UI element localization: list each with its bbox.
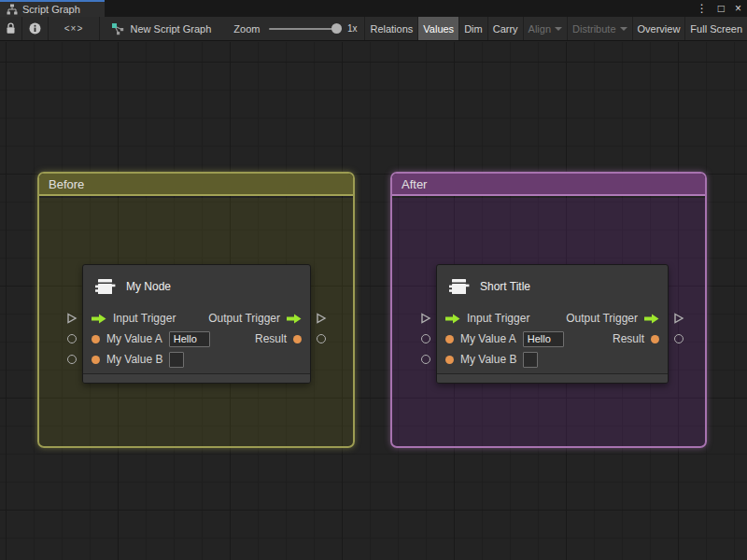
zoom-value: 1x	[347, 17, 358, 40]
carry-label: Carry	[493, 23, 518, 35]
external-value-input-port[interactable]	[421, 355, 430, 364]
value-a-input[interactable]	[169, 331, 210, 347]
align-button[interactable]: Align	[523, 17, 567, 40]
port-row: Input Trigger Output Trigger	[437, 308, 668, 329]
value-a-input[interactable]	[523, 331, 564, 347]
flow-output-port-icon[interactable]	[287, 314, 302, 324]
toolbar-divider	[99, 17, 100, 40]
input-trigger-label: Input Trigger	[113, 312, 176, 325]
tab-strip: Script Graph ⋮ □ ×	[0, 0, 747, 17]
value-b-label: My Value B	[460, 353, 516, 366]
graph-tree-icon	[7, 4, 18, 15]
flow-output-port-icon[interactable]	[644, 314, 659, 324]
port-row: My Value B	[437, 349, 668, 370]
dim-label: Dim	[464, 23, 483, 35]
output-trigger-label: Output Trigger	[208, 312, 280, 325]
group-after-header[interactable]: After	[392, 174, 705, 196]
value-a-label: My Value A	[106, 332, 162, 345]
info-button[interactable]	[21, 17, 47, 40]
node-my-node[interactable]: My Node Input Trigger Output Trigger	[82, 264, 311, 384]
overview-button[interactable]: Overview	[632, 17, 685, 40]
flow-input-port-icon[interactable]	[445, 314, 460, 324]
values-label: Values	[423, 23, 454, 35]
port-row: My Value A Result	[83, 329, 310, 349]
result-label: Result	[613, 332, 644, 345]
values-button[interactable]: Values	[417, 17, 458, 40]
tab-script-graph[interactable]: Script Graph	[0, 0, 105, 17]
value-b-input[interactable]	[523, 352, 538, 368]
overview-label: Overview	[638, 23, 681, 35]
dim-button[interactable]: Dim	[458, 17, 487, 40]
info-icon	[29, 22, 41, 35]
script-graph-window: Script Graph ⋮ □ ×	[0, 0, 747, 560]
node-title: My Node	[126, 280, 171, 293]
distribute-button[interactable]: Distribute	[567, 17, 631, 40]
result-label: Result	[255, 332, 287, 345]
code-view-button[interactable]: <×>	[48, 17, 100, 40]
value-input-port-icon[interactable]	[445, 356, 454, 364]
input-trigger-label: Input Trigger	[467, 312, 529, 325]
external-flow-input-port[interactable]	[66, 313, 78, 324]
node-header[interactable]: My Node	[83, 265, 310, 308]
external-value-input-port[interactable]	[421, 334, 430, 343]
value-input-port-icon[interactable]	[92, 335, 100, 343]
full-screen-button[interactable]: Full Screen	[684, 17, 747, 40]
node-title: Short Title	[480, 280, 530, 293]
tab-title: Script Graph	[22, 4, 80, 15]
external-flow-output-port[interactable]	[673, 313, 684, 324]
full-screen-label: Full Screen	[690, 23, 742, 35]
maximize-icon[interactable]: □	[718, 3, 725, 14]
unit-icon	[94, 277, 117, 296]
zoom-slider[interactable]	[269, 17, 341, 40]
lock-button[interactable]	[0, 17, 21, 40]
new-script-graph-label: New Script Graph	[130, 23, 211, 35]
port-row: My Value A Result	[437, 329, 668, 349]
graph-canvas[interactable]: Before After	[0, 42, 747, 560]
node-footer	[437, 373, 668, 383]
align-label: Align	[529, 23, 551, 35]
zoom-slider-handle[interactable]	[331, 23, 342, 34]
code-view-icon: <×>	[64, 23, 84, 34]
external-value-output-port[interactable]	[674, 334, 684, 343]
external-value-input-port[interactable]	[67, 334, 77, 343]
port-row: My Value B	[83, 349, 310, 370]
external-flow-input-port[interactable]	[420, 313, 431, 324]
value-output-port-icon[interactable]	[651, 335, 659, 343]
distribute-label: Distribute	[572, 23, 615, 35]
close-icon[interactable]: ×	[735, 3, 741, 14]
group-before-title: Before	[49, 177, 84, 191]
external-value-input-port[interactable]	[67, 355, 77, 364]
port-row: Input Trigger Output Trigger	[83, 308, 310, 329]
output-trigger-label: Output Trigger	[566, 312, 638, 325]
value-a-label: My Value A	[460, 332, 516, 345]
window-menu-icon[interactable]: ⋮	[697, 3, 708, 14]
script-graph-asset-icon	[111, 22, 124, 35]
node-short-title[interactable]: Short Title Input Trigger Output Trigger	[436, 264, 669, 384]
node-footer	[83, 373, 310, 383]
group-after-title: After	[402, 177, 427, 191]
carry-button[interactable]: Carry	[487, 17, 523, 40]
lock-icon	[6, 22, 16, 35]
unit-icon	[448, 277, 471, 296]
new-script-graph-button[interactable]: New Script Graph	[111, 17, 211, 40]
flow-input-port-icon[interactable]	[92, 314, 106, 324]
relations-button[interactable]: Relations	[364, 17, 417, 40]
toolbar: <×> New Script Graph Zoom 1x Relations	[0, 17, 747, 41]
external-value-output-port[interactable]	[317, 334, 326, 343]
relations-label: Relations	[370, 23, 413, 35]
external-flow-output-port[interactable]	[316, 313, 327, 324]
value-b-input[interactable]	[169, 352, 184, 368]
value-b-label: My Value B	[106, 353, 162, 366]
group-before-header[interactable]: Before	[39, 174, 353, 196]
node-header[interactable]: Short Title	[437, 265, 668, 308]
value-output-port-icon[interactable]	[293, 335, 302, 343]
window-controls: ⋮ □ ×	[697, 0, 741, 17]
chevron-down-icon	[620, 27, 627, 31]
value-input-port-icon[interactable]	[445, 335, 454, 343]
chevron-down-icon	[555, 27, 562, 31]
value-input-port-icon[interactable]	[92, 356, 100, 364]
zoom-label: Zoom	[233, 17, 260, 40]
